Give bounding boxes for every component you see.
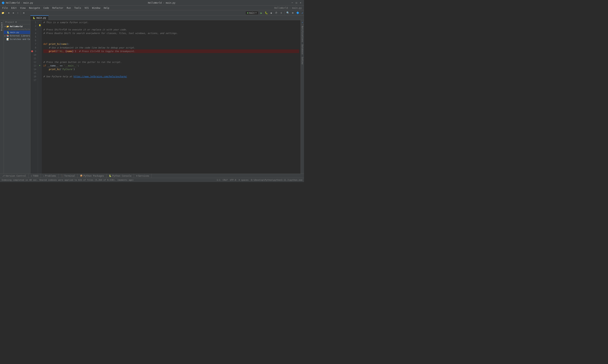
tab-label: main.py: [37, 16, 46, 19]
menu-tools[interactable]: Tools: [73, 6, 83, 10]
code-l13-name1: __name__: [48, 64, 59, 67]
code-l14-pycharm: 'PyCharm': [61, 68, 74, 71]
bulb-icon: 💡: [39, 24, 41, 27]
menu-file[interactable]: File: [1, 6, 9, 10]
gutter-16: [38, 74, 42, 78]
line-5: 5: [30, 35, 38, 39]
code-l13-eq: ==: [58, 64, 64, 67]
window-title: HelloWorld - main.py: [148, 1, 176, 4]
tree-item-scratches[interactable]: 📝 Scratches and Consoles: [4, 38, 30, 41]
gutter-11: [38, 56, 42, 60]
vcs-label: Version Control: [5, 175, 26, 177]
toolbar-sort-btn[interactable]: ≡: [11, 11, 15, 15]
toolbar-project-icon[interactable]: 📁: [1, 11, 5, 15]
packages-icon: 📦: [80, 175, 83, 177]
status-right: 1:1 CRLF UTF-8 4 spaces D:\Develop\Pytho…: [217, 179, 302, 181]
tree-item-helloworld[interactable]: ▼ 📂 HelloWorld: [4, 25, 30, 28]
app-name: HelloWorld: [6, 1, 20, 4]
settings-gear-btn[interactable]: ⚙: [291, 11, 295, 15]
bottom-tab-todo[interactable]: ☑ TODO: [28, 174, 41, 178]
status-bar: Indexing completed in 48 sec. Shared ind…: [0, 178, 304, 182]
menu-edit[interactable]: Edit: [10, 6, 18, 10]
code-l14-printhifn: print_hi: [49, 68, 60, 71]
code-line-16: # See PyCharm help at https://www.jetbra…: [43, 75, 299, 78]
menu-view[interactable]: View: [19, 6, 27, 10]
interpreter-path[interactable]: D:\Develop\Python\python3.11.1\python.ex…: [251, 179, 302, 181]
tree-item-main-py[interactable]: 🐍 main.py: [4, 31, 30, 34]
project-panel: Project ▼ ▼ 📂 HelloWorld D:\DingJiaxiong…: [4, 20, 30, 174]
menu-window[interactable]: Window: [91, 6, 102, 10]
gutter-6: [38, 38, 42, 42]
code-l13-main: '__main__': [64, 64, 78, 67]
project-tree: ▼ 📂 HelloWorld D:\DingJiaxiong\PycharmPr…: [4, 24, 30, 174]
indent-setting[interactable]: 4 spaces: [238, 179, 248, 181]
menu-run[interactable]: Run: [65, 6, 72, 10]
soview-label[interactable]: SoView: [301, 56, 304, 65]
menu-navigate[interactable]: Navigate: [27, 6, 42, 10]
code-l9-str2: ': [74, 50, 75, 53]
code-l14-p2: ): [74, 68, 75, 71]
close-button[interactable]: ✕: [299, 1, 302, 5]
bottom-panel: ⎇ Version Control ☑ TODO ⚠ Problems ⬛ Te…: [0, 174, 304, 178]
pause-button[interactable]: ⏸: [279, 11, 283, 15]
bottom-tab-problems[interactable]: ⚠ Problems: [41, 174, 59, 178]
code-l16-link[interactable]: https://www.jetbrains.com/help/pycharm/: [74, 75, 127, 78]
menu-code[interactable]: Code: [42, 6, 51, 10]
code-l4-comment: # Press Double Shift to search everywher…: [43, 32, 178, 35]
line-12: 12: [30, 60, 38, 64]
tab-main-py[interactable]: 🐍 main.py: [30, 15, 49, 20]
code-line-6: [43, 39, 299, 42]
toolbar-filter-btn[interactable]: ⫶: [16, 11, 20, 15]
line-11: 11: [30, 57, 38, 60]
code-line-15: [43, 71, 299, 75]
cursor-position[interactable]: 1:1: [217, 179, 220, 181]
title-sep: -: [21, 1, 22, 4]
run-button[interactable]: ▶: [259, 11, 263, 15]
debug-button[interactable]: 🐛: [264, 11, 269, 15]
code-gutter: 💡 ▶: [38, 20, 42, 174]
project-panel-label[interactable]: Project: [0, 21, 3, 32]
search-everywhere-btn[interactable]: 🔍: [286, 11, 290, 15]
notifications-label[interactable]: Notifications: [301, 25, 304, 43]
code-l12-comment: # Press the green button in the gutter t…: [43, 60, 122, 64]
bottom-tab-python-packages[interactable]: 📦 Python Packages: [78, 174, 106, 178]
tree-item-ext-libs[interactable]: ▶ 📚 External Libraries: [4, 34, 30, 38]
tree-py-icon: 🐍: [7, 31, 10, 34]
toolbar-settings-btn[interactable]: ⚙: [22, 11, 26, 15]
run-icon: ●: [247, 12, 248, 14]
gutter-3: [38, 27, 42, 31]
menu-refactor[interactable]: Refactor: [51, 6, 65, 10]
tree-label-main-py: main.py: [10, 31, 19, 34]
gutter-10: [38, 53, 42, 56]
notifications-check[interactable]: ✓: [302, 11, 303, 14]
database-label[interactable]: Database: [301, 43, 304, 56]
code-editor[interactable]: 1 2 3 4 5 6 7 8 9 10 11 12 13 14 15 16 1: [30, 20, 301, 174]
bottom-tab-terminal[interactable]: ⬛ Terminal: [59, 174, 78, 178]
minimize-button[interactable]: ─: [290, 1, 294, 5]
code-content[interactable]: # This is a sample Python script. # Pres…: [42, 20, 301, 174]
tree-label-ext-libs: External Libraries: [10, 35, 30, 37]
ide-update-btn[interactable]: 🔷: [296, 11, 300, 15]
profile-button[interactable]: ⏱: [274, 11, 278, 15]
problems-icon: ⚠: [43, 175, 44, 177]
maximize-button[interactable]: □: [295, 1, 298, 5]
dropdown-arrow: ▼: [255, 12, 257, 14]
toolbar-structure-btn[interactable]: ⚙: [7, 11, 11, 15]
run-config-dropdown[interactable]: ● main ▼: [245, 11, 259, 15]
encoding[interactable]: UTF-8: [230, 179, 236, 181]
bottom-tab-python-console[interactable]: 🐍 Python Console: [107, 174, 134, 178]
gutter-8: [38, 45, 42, 49]
coverage-button[interactable]: ◉: [269, 11, 273, 15]
bottom-tab-version-control[interactable]: ⎇ Version Control: [0, 174, 28, 178]
gutter-12: [38, 60, 42, 64]
bottom-tab-services[interactable]: ⚙ Services: [134, 174, 152, 178]
todo-icon: ☑: [31, 175, 32, 177]
menu-vcs[interactable]: VCS: [83, 6, 90, 10]
code-l14-indent: [43, 68, 49, 71]
line-2: 2: [30, 24, 38, 28]
code-l7-param: name: [61, 42, 67, 46]
line-9: 9: [30, 49, 38, 53]
menu-help[interactable]: Help: [102, 6, 111, 10]
line-separator[interactable]: CRLF: [223, 179, 228, 181]
gutter-5: [38, 35, 42, 38]
